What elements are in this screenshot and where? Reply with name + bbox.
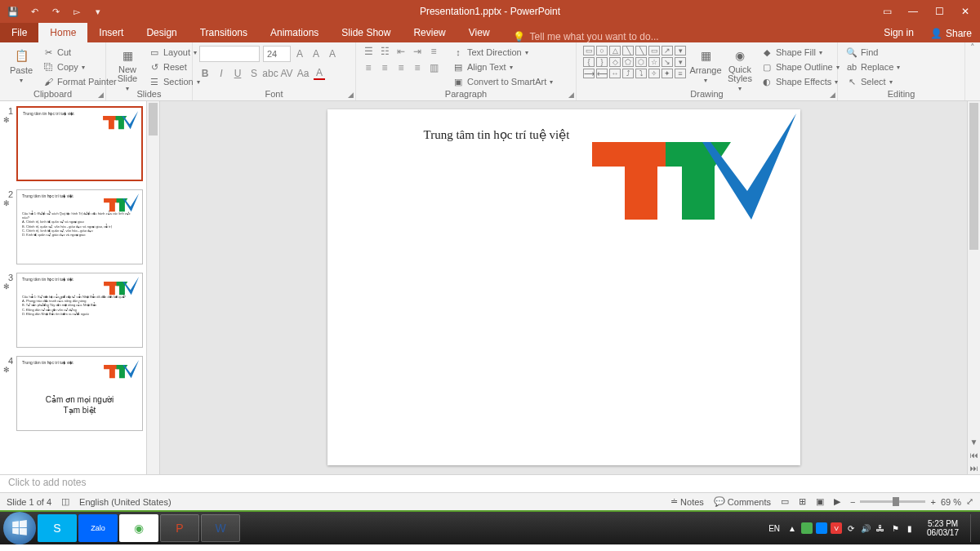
start-button[interactable] <box>3 512 36 544</box>
taskbar-clock[interactable]: 5:23 PM06/03/17 <box>922 519 964 537</box>
spell-check-icon[interactable]: ◫ <box>61 496 69 507</box>
align-center-button[interactable]: ≡ <box>379 62 390 73</box>
slide-thumbnail-2[interactable]: Trung tâm tin học trí tuệ việtCâu hỏi 1:… <box>16 189 143 264</box>
slide-thumbnail-1[interactable]: Trung tâm tin học trí tuệ việt <box>16 106 143 181</box>
taskbar-skype[interactable]: S <box>38 514 77 542</box>
text-shadow-button[interactable]: abc <box>265 68 276 79</box>
tell-me-search[interactable]: 💡 Tell me what you want to do... <box>501 31 659 42</box>
taskbar-zalo[interactable]: Zalo <box>78 514 118 542</box>
decrease-font-icon[interactable]: A <box>310 48 322 60</box>
zoom-out-icon[interactable]: − <box>850 497 855 507</box>
shape-outline-button[interactable]: ▢Shape Outline▾ <box>760 60 841 73</box>
arrange-button[interactable]: ▦Arrange▾ <box>691 46 720 86</box>
save-icon[interactable]: 💾 <box>7 5 20 18</box>
normal-view-icon[interactable]: ▭ <box>781 496 789 507</box>
italic-button[interactable]: I <box>216 68 227 79</box>
underline-button[interactable]: U <box>232 68 243 79</box>
zoom-percent[interactable]: 69 % <box>941 497 961 507</box>
scroll-down-icon[interactable]: ▼ <box>968 435 980 448</box>
close-button[interactable]: ✕ <box>954 3 977 20</box>
slide-thumbnail-3[interactable]: Trung tâm tin học trí tuệ việtCâu hỏi 1:… <box>16 273 143 348</box>
font-family-select[interactable] <box>199 46 260 62</box>
taskbar-language[interactable]: EN <box>768 524 780 533</box>
thumbnails-scrollbar[interactable] <box>147 101 160 474</box>
notes-pane[interactable]: Click to add notes <box>0 474 980 492</box>
show-desktop-button[interactable] <box>970 514 977 542</box>
fit-to-window-icon[interactable]: ⤢ <box>966 496 973 507</box>
tray-updates-icon[interactable]: ⟳ <box>845 522 857 534</box>
ribbon-options-icon[interactable]: ▭ <box>875 3 898 20</box>
undo-icon[interactable]: ↶ <box>28 5 41 18</box>
shape-effects-button[interactable]: ◐Shape Effects▾ <box>760 75 841 88</box>
tab-insert[interactable]: Insert <box>87 23 135 42</box>
qat-customize-icon[interactable]: ▾ <box>91 5 105 18</box>
tab-review[interactable]: Review <box>402 23 457 42</box>
redo-icon[interactable]: ↷ <box>49 5 62 18</box>
paste-button[interactable]: 📋Paste▾ <box>7 46 36 86</box>
tab-slideshow[interactable]: Slide Show <box>330 23 402 42</box>
align-left-button[interactable]: ≡ <box>363 62 374 73</box>
sign-in-button[interactable]: Sign in <box>875 23 922 42</box>
font-color-button[interactable]: A <box>314 67 325 80</box>
slideshow-icon[interactable]: ▶ <box>834 496 840 507</box>
tray-messenger-icon[interactable] <box>816 522 827 534</box>
numbering-button[interactable]: ☷ <box>379 46 390 57</box>
change-case-button[interactable]: Aa <box>297 68 309 79</box>
taskbar-powerpoint[interactable]: P <box>160 514 199 542</box>
comments-toggle[interactable]: 💬Comments <box>714 496 771 507</box>
font-dialog-launcher[interactable]: ◢ <box>348 91 354 99</box>
language-indicator[interactable]: English (United States) <box>79 497 172 507</box>
zoom-control[interactable]: − + 69 % ⤢ <box>850 496 973 507</box>
paragraph-dialog-launcher[interactable]: ◢ <box>568 91 574 99</box>
replace-button[interactable]: abReplace▾ <box>844 60 902 73</box>
slide-counter[interactable]: Slide 1 of 4 <box>7 497 51 507</box>
bullets-button[interactable]: ☰ <box>363 46 374 57</box>
tray-expand-icon[interactable]: ▲ <box>786 522 798 534</box>
select-button[interactable]: ↖Select▾ <box>844 75 902 88</box>
align-right-button[interactable]: ≡ <box>395 62 407 73</box>
align-text-button[interactable]: ▤Align Text▾ <box>451 60 555 73</box>
shapes-gallery[interactable]: ▭○△╲╲▭↗▾ {}◇⬠⬡☆↘▾ ⟶⟵↔⤴⤵✧✦≡ <box>583 46 686 78</box>
tray-app-icon[interactable] <box>801 522 813 534</box>
tray-battery-icon[interactable]: ▮ <box>904 522 915 534</box>
tab-design[interactable]: Design <box>135 23 188 42</box>
collapse-ribbon-button[interactable]: ˄ <box>965 42 980 100</box>
strikethrough-button[interactable]: S <box>248 68 260 79</box>
find-button[interactable]: 🔍Find <box>844 46 902 59</box>
tab-view[interactable]: View <box>457 23 501 42</box>
increase-font-icon[interactable]: A <box>294 48 305 60</box>
justify-button[interactable]: ≡ <box>412 62 423 73</box>
next-slide-icon[interactable]: ⏭ <box>968 461 980 474</box>
bold-button[interactable]: B <box>199 68 211 79</box>
main-slide[interactable]: Trung tâm tin học trí tuệ việt <box>327 109 800 465</box>
notes-toggle[interactable]: ≐Notes <box>670 496 704 507</box>
tab-home[interactable]: Home <box>38 23 87 42</box>
columns-button[interactable]: ▥ <box>428 62 439 73</box>
font-size-select[interactable]: 24 <box>263 46 291 62</box>
maximize-button[interactable]: ☐ <box>928 3 951 20</box>
tray-flag-icon[interactable]: ⚑ <box>889 522 901 534</box>
quick-styles-button[interactable]: ◉Quick Styles▾ <box>725 46 755 94</box>
prev-slide-icon[interactable]: ⏮ <box>968 448 980 461</box>
drawing-dialog-launcher[interactable]: ◢ <box>830 91 835 99</box>
taskbar-coccoc[interactable]: ◉ <box>119 514 158 542</box>
zoom-in-icon[interactable]: + <box>930 497 935 507</box>
char-spacing-button[interactable]: AV <box>281 68 292 79</box>
reading-view-icon[interactable]: ▣ <box>816 496 824 507</box>
share-button[interactable]: 👤Share <box>922 24 980 42</box>
clipboard-dialog-launcher[interactable]: ◢ <box>98 91 104 99</box>
slide-sorter-icon[interactable]: ⊞ <box>799 496 806 507</box>
text-direction-button[interactable]: ↕Text Direction▾ <box>451 46 555 59</box>
minimize-button[interactable]: ― <box>902 3 924 20</box>
decrease-indent-button[interactable]: ⇤ <box>395 46 407 57</box>
convert-smartart-button[interactable]: ▣Convert to SmartArt▾ <box>451 75 555 88</box>
tab-transitions[interactable]: Transitions <box>189 23 259 42</box>
zoom-slider[interactable] <box>860 500 925 503</box>
taskbar-word[interactable]: W <box>201 514 240 542</box>
vertical-scrollbar[interactable]: ▲ ▼ ⏮ ⏭ <box>967 101 980 474</box>
shape-fill-button[interactable]: ◆Shape Fill▾ <box>760 46 841 59</box>
tray-network-icon[interactable]: 🖧 <box>875 522 886 534</box>
new-slide-button[interactable]: ▦New Slide▾ <box>113 46 142 94</box>
line-spacing-button[interactable]: ≡ <box>428 46 439 57</box>
tab-animations[interactable]: Animations <box>259 23 330 42</box>
